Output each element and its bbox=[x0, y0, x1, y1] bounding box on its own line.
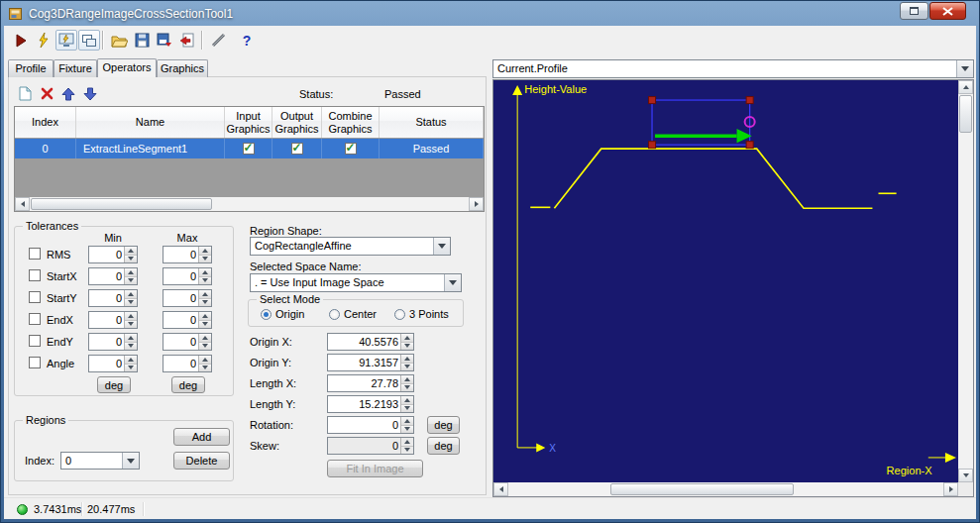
col-header-name[interactable]: Name bbox=[76, 107, 225, 138]
live-display-button[interactable] bbox=[55, 30, 77, 51]
tab-graphics[interactable]: Graphics bbox=[157, 59, 208, 77]
tab-operators[interactable]: Operators bbox=[97, 58, 157, 77]
region-handle[interactable] bbox=[649, 142, 656, 149]
add-operator-button[interactable] bbox=[16, 85, 34, 102]
spin-down-button[interactable] bbox=[401, 343, 413, 351]
spin-up-button[interactable] bbox=[125, 334, 137, 343]
scroll-right-button[interactable] bbox=[943, 482, 958, 496]
save-button[interactable] bbox=[131, 30, 153, 51]
spin-up-button[interactable] bbox=[125, 312, 137, 321]
spin-up-button[interactable] bbox=[125, 356, 137, 365]
spin-down-button[interactable] bbox=[125, 343, 137, 351]
region-handle[interactable] bbox=[746, 142, 753, 149]
add-region-button[interactable]: Add bbox=[173, 428, 230, 446]
display-source-combo[interactable]: Current.Profile bbox=[492, 59, 974, 78]
delete-region-button[interactable]: Delete bbox=[173, 452, 230, 470]
tab-profile[interactable]: Profile bbox=[8, 59, 54, 77]
spin-up-button[interactable] bbox=[401, 438, 413, 447]
spin-up-button[interactable] bbox=[125, 268, 137, 277]
angle-min-input[interactable] bbox=[89, 356, 124, 371]
spin-up-button[interactable] bbox=[401, 375, 413, 384]
spin-down-button[interactable] bbox=[199, 277, 211, 285]
skew-deg-button[interactable]: deg bbox=[427, 437, 460, 455]
startx-checkbox[interactable] bbox=[29, 269, 41, 281]
vscroll-thumb[interactable] bbox=[959, 95, 972, 133]
region-handle[interactable] bbox=[649, 97, 656, 104]
rms-min-input[interactable] bbox=[89, 247, 124, 262]
spin-down-button[interactable] bbox=[401, 426, 413, 434]
tab-fixture[interactable]: Fixture bbox=[54, 59, 97, 77]
spin-down-button[interactable] bbox=[199, 365, 211, 372]
hscroll-thumb[interactable] bbox=[610, 483, 794, 495]
spin-down-button[interactable] bbox=[125, 299, 137, 307]
input-graphics-checkbox[interactable] bbox=[243, 143, 255, 155]
startx-min-input[interactable] bbox=[89, 268, 124, 284]
starty-max-input[interactable] bbox=[163, 290, 198, 306]
endx-checkbox[interactable] bbox=[29, 313, 41, 325]
mode-3points-radio[interactable]: 3 Points bbox=[394, 308, 449, 320]
open-button[interactable] bbox=[108, 30, 130, 51]
spin-up-button[interactable] bbox=[199, 356, 211, 365]
space-name-combo[interactable]: . = Use Input Image Space bbox=[250, 273, 462, 292]
spin-down-button[interactable] bbox=[199, 299, 211, 307]
endx-max-input[interactable] bbox=[163, 312, 198, 328]
origin-x-input[interactable] bbox=[328, 334, 400, 350]
plot-vscrollbar[interactable] bbox=[958, 80, 973, 482]
spin-down-button[interactable] bbox=[199, 321, 211, 329]
length-x-input[interactable] bbox=[328, 375, 400, 391]
region-handle[interactable] bbox=[746, 97, 753, 104]
endy-min-input[interactable] bbox=[89, 334, 124, 350]
endx-min-input[interactable] bbox=[89, 312, 124, 328]
endy-max-input[interactable] bbox=[163, 334, 198, 350]
measure-button[interactable] bbox=[208, 30, 230, 51]
spin-up-button[interactable] bbox=[199, 334, 211, 343]
spin-down-button[interactable] bbox=[401, 447, 413, 455]
scroll-left-button[interactable] bbox=[15, 197, 30, 211]
rotation-deg-button[interactable]: deg bbox=[427, 416, 460, 434]
spin-down-button[interactable] bbox=[401, 364, 413, 371]
spin-down-button[interactable] bbox=[125, 256, 137, 263]
grid-hscrollbar[interactable] bbox=[15, 197, 484, 211]
run-button[interactable] bbox=[10, 30, 32, 51]
maximize-button[interactable] bbox=[900, 2, 928, 20]
spin-up-button[interactable] bbox=[199, 247, 211, 256]
region-shape-combo[interactable]: CogRectangleAffine bbox=[250, 237, 451, 256]
rotation-input[interactable] bbox=[328, 417, 400, 433]
col-header-output-graphics[interactable]: Output Graphics bbox=[272, 107, 322, 138]
move-down-button[interactable] bbox=[81, 85, 99, 102]
dropdown-button[interactable] bbox=[122, 453, 139, 469]
electric-run-button[interactable] bbox=[33, 30, 54, 51]
region-index-combo[interactable]: 0 bbox=[60, 452, 140, 470]
skew-input[interactable] bbox=[328, 438, 400, 454]
spin-down-button[interactable] bbox=[199, 343, 211, 351]
spin-up-button[interactable] bbox=[125, 290, 137, 299]
endy-checkbox[interactable] bbox=[29, 335, 41, 347]
plot-area[interactable]: Height-Value X Region-X bbox=[493, 80, 958, 482]
operator-row[interactable]: 0 ExtractLineSegment1 Passed bbox=[15, 139, 484, 158]
scroll-right-button[interactable] bbox=[469, 197, 484, 211]
col-header-input-graphics[interactable]: Input Graphics bbox=[225, 107, 272, 138]
spin-up-button[interactable] bbox=[401, 355, 413, 364]
col-header-combine-graphics[interactable]: Combine Graphics bbox=[322, 107, 380, 138]
col-header-status[interactable]: Status bbox=[380, 107, 484, 138]
rms-checkbox[interactable] bbox=[29, 248, 41, 260]
length-y-input[interactable] bbox=[328, 396, 400, 412]
starty-checkbox[interactable] bbox=[29, 291, 41, 303]
delete-operator-button[interactable] bbox=[38, 85, 55, 102]
mode-center-radio[interactable]: Center bbox=[329, 308, 377, 320]
starty-min-input[interactable] bbox=[89, 290, 124, 306]
spin-down-button[interactable] bbox=[401, 405, 413, 413]
angle-max-input[interactable] bbox=[163, 356, 198, 371]
save-image-button[interactable] bbox=[154, 30, 175, 51]
spin-up-button[interactable] bbox=[199, 268, 211, 277]
origin-y-input[interactable] bbox=[328, 355, 400, 370]
close-button[interactable] bbox=[929, 2, 966, 20]
titlebar[interactable]: Cog3DRangeImageCrossSectionTool1 bbox=[4, 2, 976, 25]
hscroll-thumb[interactable] bbox=[31, 198, 212, 210]
dropdown-button[interactable] bbox=[433, 238, 450, 255]
output-graphics-checkbox[interactable] bbox=[291, 143, 303, 155]
new-window-button[interactable] bbox=[78, 30, 100, 51]
col-header-index[interactable]: Index bbox=[15, 107, 76, 138]
scroll-up-button[interactable] bbox=[958, 80, 973, 94]
combine-graphics-checkbox[interactable] bbox=[345, 143, 357, 155]
